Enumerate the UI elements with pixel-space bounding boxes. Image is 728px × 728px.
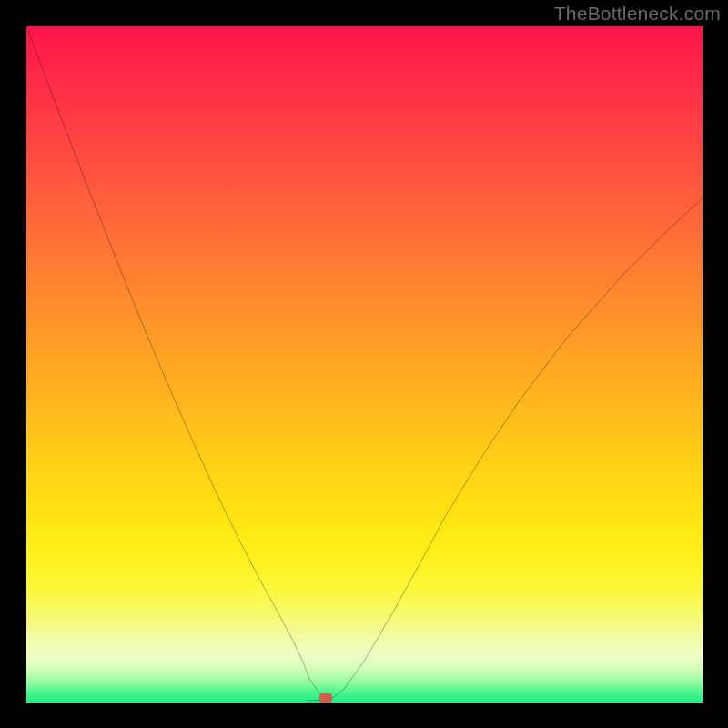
curve-path [26,26,703,700]
optimum-marker [319,693,332,703]
watermark-text: TheBottleneck.com [554,3,721,25]
chart-frame [26,26,703,703]
bottleneck-curve [26,26,703,703]
